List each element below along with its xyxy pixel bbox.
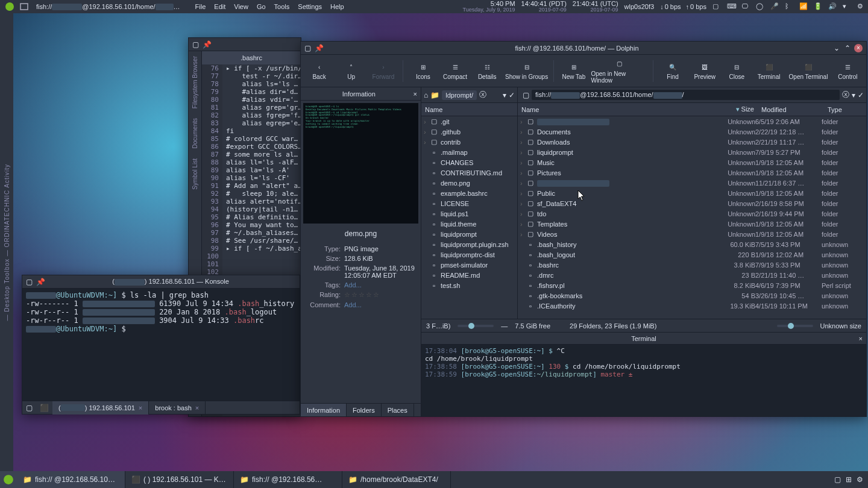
network-interface[interactable]: wlp0s20f3 [624, 3, 655, 10]
preview-button[interactable]: 🖼Preview [690, 57, 720, 86]
split-icon[interactable]: ⬛ [36, 404, 52, 412]
clock-local[interactable]: 5:40 PM Tuesday, July 9, 2019 [463, 1, 515, 13]
details-view-button[interactable]: ☷Details [473, 57, 502, 86]
close-icon[interactable]: × [139, 404, 142, 411]
file-row[interactable]: ›▢tdoUnknown2/16/19 9:44 PMfolder [518, 208, 866, 219]
tray-square-icon[interactable]: ▢ [712, 2, 721, 11]
file-row[interactable]: ›▢Unknown11/21/18 6:37 …folder [518, 178, 866, 188]
file-row[interactable]: ▫test.sh [421, 280, 517, 290]
menu-settings[interactable]: Settings [294, 3, 326, 10]
kate-file-tab[interactable]: .bashrc [202, 51, 301, 64]
clear-icon[interactable]: ⓧ [842, 90, 849, 100]
file-row[interactable]: ›▢.git [421, 116, 517, 127]
menu-edit[interactable]: Edit [210, 3, 230, 10]
file-row[interactable]: ›▢PublicUnknown1/9/18 12:05 AMfolder [518, 188, 866, 198]
file-row[interactable]: ▫LICENSE [421, 198, 517, 208]
dolphin-icon[interactable]: ▢ [304, 44, 311, 52]
tab-folders[interactable]: Folders [347, 404, 382, 416]
dolphin-titlebar[interactable]: ▢ 📌 fish:// @192.168.56.101/home/ — Dolp… [301, 42, 866, 55]
taskbar-item[interactable]: 📁fish:// @192.168.56.10… [17, 471, 125, 488]
breadcrumb[interactable]: ldprompt/ [442, 90, 477, 100]
column-name[interactable]: Name [518, 106, 715, 113]
window-list-icon[interactable] [19, 2, 29, 11]
icons-view-button[interactable]: ⊞Icons [408, 57, 438, 86]
opensuse-logo-icon[interactable] [5, 2, 14, 11]
app-launcher[interactable] [0, 471, 17, 488]
file-row[interactable]: ›▢Unknown6/5/19 2:06 AMfolder [518, 116, 866, 127]
tray-chevron-icon[interactable]: ▾ [843, 2, 851, 11]
url-input[interactable]: fish://@192.168.56.101/home// [532, 90, 840, 100]
column-type[interactable]: Type [824, 106, 866, 113]
file-row[interactable]: ›▢VideosUnknown1/9/18 12:05 AMfolder [518, 229, 866, 239]
tray-power-icon[interactable]: ◯ [756, 2, 764, 11]
home-icon[interactable]: ⌂ [424, 91, 428, 99]
close-icon[interactable]: × [859, 335, 863, 342]
clock-pdt[interactable]: 14:40:41 (PDT) 2019-07-09 [521, 1, 567, 13]
konsole-tab-1[interactable]: () 192.168.56.101× [52, 401, 149, 414]
forward-button[interactable]: ›Forward [368, 57, 398, 86]
groups-button[interactable]: ⊟Show in Groups [505, 57, 549, 86]
embedded-terminal[interactable]: 17:38:04 [brook@G5-openSUSE:~] $ ^C cd /… [421, 345, 866, 416]
tab-places[interactable]: Places [382, 404, 414, 416]
file-row[interactable]: ▫liquid.theme [421, 219, 517, 229]
file-row[interactable]: ▫CONTRIBUTING.md [421, 167, 517, 178]
right-location-bar[interactable]: ▢ fish://@192.168.56.101/home// ⓧ ▾ ✓ [518, 87, 866, 102]
file-row[interactable]: ▫.mailmap [421, 147, 517, 157]
file-row[interactable]: ▫liquidprompt.plugin.zsh [421, 239, 517, 249]
tray-settings-icon[interactable]: ⚙ [857, 2, 866, 11]
file-row[interactable]: ▫liquid.ps1 [421, 208, 517, 219]
chevron-down-icon[interactable]: ▾ [503, 91, 506, 99]
taskbar-item[interactable]: 📁fish:// @192.168.56… [234, 471, 342, 488]
tray-wifi-icon[interactable]: 📶 [799, 2, 808, 11]
clear-icon[interactable]: ⓧ [479, 90, 486, 100]
tray-bluetooth-icon[interactable]: ᛒ [785, 2, 793, 11]
chevron-down-icon[interactable]: ▾ [852, 91, 855, 99]
tab-information[interactable]: Information [301, 404, 347, 416]
kate-tab-filesystem[interactable]: Filesystem Browser [192, 51, 198, 113]
tray-display-icon[interactable]: 🖵 [741, 2, 750, 11]
file-row[interactable]: ▫.gtk-bookmarks54 B3/26/19 10:45 …unknow… [518, 290, 866, 301]
konsole-titlebar[interactable]: ▢ 📌 () 192.168.56.101 — Konsole [22, 275, 300, 289]
kate-tab-documents[interactable]: Documents [192, 113, 198, 154]
left-zoom-slider[interactable] [458, 325, 494, 327]
settings-icon[interactable]: ⚙ [857, 475, 863, 484]
show-desktop-icon[interactable]: ⊞ [846, 475, 852, 484]
find-button[interactable]: 🔍Find [658, 57, 687, 86]
konsole-terminal[interactable]: @UbuntuWDVM:~] $ ls -la | grep bash-rw--… [22, 289, 300, 401]
menu-help[interactable]: Help [326, 3, 348, 10]
file-row[interactable]: ›▢DownloadsUnknown2/21/19 11:17 …folder [518, 137, 866, 147]
tray-battery-icon[interactable]: 🔋 [814, 2, 822, 11]
file-row[interactable]: ›▢TemplatesUnknown1/9/18 12:05 AMfolder [518, 219, 866, 229]
desktop-pager[interactable]: ▢ [834, 475, 841, 484]
file-row[interactable]: ▫.dmrc23 B2/21/19 11:40 …unknown [518, 270, 866, 280]
file-row[interactable]: ▫pmset-simulator [421, 260, 517, 270]
kate-titlebar[interactable]: ▢ 📌 [189, 38, 301, 51]
add-comment-link[interactable]: Add... [344, 301, 362, 308]
menu-view[interactable]: View [230, 3, 253, 10]
network-speed[interactable]: ↓0 bps ↑0 bps [660, 3, 706, 10]
new-file-icon[interactable]: ▢ [192, 40, 199, 49]
file-row[interactable]: ›▢PicturesUnknown1/9/18 12:05 AMfolder [518, 167, 866, 178]
left-location-bar[interactable]: ⌂ 📁 ldprompt/ ⓧ ▾ ✓ [421, 87, 518, 102]
kate-tab-symbols[interactable]: Symbol List [192, 154, 198, 195]
file-row[interactable]: ▫.bash_logout220 B1/9/18 12:02 AMunknown [518, 249, 866, 260]
shell-icon[interactable]: ▢ [26, 278, 33, 286]
control-button[interactable]: ☰Control [833, 57, 863, 86]
column-name[interactable]: Name [421, 106, 517, 113]
file-row[interactable]: ▫liquidpromptrc-dist [421, 249, 517, 260]
file-row[interactable]: ›▢sf_DataEXT4Unknown2/16/19 8:58 PMfolde… [518, 198, 866, 208]
taskbar-item[interactable]: ⬛( ) 192.168.56.101 — K… [125, 471, 234, 488]
file-row[interactable]: ›▢MusicUnknown1/9/18 12:05 AMfolder [518, 157, 866, 167]
file-row[interactable]: ▫liquidprompt [421, 229, 517, 239]
new-window-button[interactable]: ▢Open in New Window [591, 57, 647, 86]
tray-mic-icon[interactable]: 🎤 [770, 2, 779, 11]
file-row[interactable]: ▫.bash_history60.0 KiB7/5/19 3:43 PMunkn… [518, 239, 866, 249]
close-icon[interactable]: × [195, 404, 199, 411]
pin-icon[interactable]: 📌 [315, 44, 324, 52]
pin-icon[interactable]: 📌 [203, 40, 212, 49]
clock-utc[interactable]: 21:40:41 (UTC) 2019-07-09 [573, 1, 618, 13]
konsole-tab-2[interactable]: brook : bash× [149, 401, 206, 414]
maximize-button[interactable]: ⌃ [843, 44, 852, 52]
file-row[interactable]: ›▢.github [421, 127, 517, 137]
up-button[interactable]: ˄Up [336, 57, 366, 86]
